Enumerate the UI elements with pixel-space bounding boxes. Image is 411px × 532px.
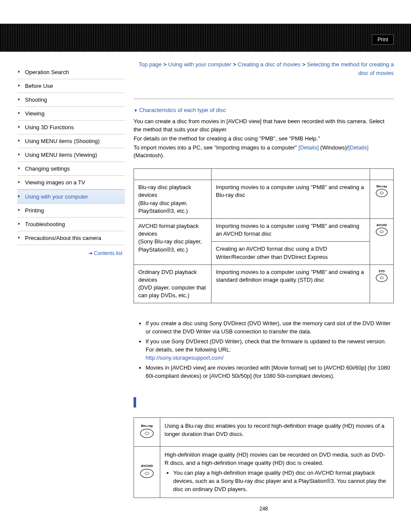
bluray-disc-icon: Blu-ray bbox=[370, 180, 394, 219]
bluray-device-title: Blu-ray disc playback devices bbox=[138, 184, 191, 198]
avchd-disc-icon: AVCHD bbox=[370, 218, 394, 264]
svg-point-13 bbox=[140, 469, 153, 478]
svg-text:AVCHD: AVCHD bbox=[141, 464, 153, 468]
svg-point-1 bbox=[376, 189, 387, 197]
sidebar-item-menu-shooting[interactable]: Using MENU items (Shooting) bbox=[17, 134, 125, 148]
sidebar-item-precautions[interactable]: Precautions/About this camera bbox=[17, 231, 125, 245]
sidebar-item-operation-search[interactable]: Operation Search bbox=[17, 65, 125, 79]
intro-p3a: To import movies into a PC, see "Importi… bbox=[134, 144, 299, 151]
sidebar-item-shooting[interactable]: Shooting bbox=[17, 93, 125, 107]
note-item: Movies in [AVCHD view] are movies record… bbox=[146, 364, 394, 380]
breadcrumb: Top page > Using with your computer > Cr… bbox=[134, 60, 394, 77]
avchd-char-desc: High-definition image quality (HD) movie… bbox=[160, 447, 394, 498]
bluray-char-desc: Using a Blu-ray disc enables you to reco… bbox=[160, 418, 394, 447]
svg-point-4 bbox=[376, 228, 387, 236]
intro-paragraph-1: You can create a disc from movies in [AV… bbox=[134, 118, 394, 134]
sidebar-item-menu-viewing[interactable]: Using MENU items (Viewing) bbox=[17, 148, 125, 162]
bluray-device-note: (Blu-ray disc player, PlayStation®3, etc… bbox=[138, 200, 188, 214]
dvd-device-note: (DVD player, computer that can play DVDs… bbox=[138, 284, 206, 299]
intro-paragraph-3: To import movies into a PC, see "Importi… bbox=[134, 144, 394, 160]
note-item: If you create a disc using Sony DVDirect… bbox=[146, 320, 394, 336]
sidebar-item-before-use[interactable]: Before Use bbox=[17, 79, 125, 93]
contents-list-label: Contents list bbox=[94, 250, 122, 256]
note-item: If you use Sony DVDirect (DVD Writer), c… bbox=[146, 338, 394, 362]
svg-point-10 bbox=[140, 429, 153, 438]
avchd-char-icon: AVCHD bbox=[134, 447, 160, 498]
note-2-text: If you use Sony DVDirect (DVD Writer), c… bbox=[146, 338, 386, 345]
svg-text:AVCHD: AVCHD bbox=[377, 224, 387, 227]
notes-list: If you create a disc using Sony DVDirect… bbox=[134, 320, 394, 380]
divider bbox=[134, 99, 394, 99]
page-number: 248 bbox=[134, 506, 394, 512]
table-row: Blu-ray Using a Blu-ray disc enables you… bbox=[134, 418, 394, 447]
sidebar-item-printing[interactable]: Printing bbox=[17, 204, 125, 218]
breadcrumb-a[interactable]: Using with your computer bbox=[168, 61, 231, 68]
intro-paragraph-2: For details on the method for creating a… bbox=[134, 135, 394, 143]
breadcrumb-c[interactable]: Selecting the method for creating a disc… bbox=[307, 61, 394, 76]
breadcrumb-sep: > bbox=[231, 61, 238, 68]
intro-p3b: (Windows)/ bbox=[319, 144, 349, 151]
sidebar: Operation Search Before Use Shooting Vie… bbox=[0, 52, 125, 520]
note-2-subtext: For details, see the following URL: bbox=[146, 346, 231, 353]
avchd-device-note: (Sony Blu-ray disc player, PlayStation®3… bbox=[138, 238, 202, 252]
svg-point-5 bbox=[380, 230, 383, 233]
svg-text:Blu-ray: Blu-ray bbox=[141, 424, 153, 428]
svg-point-11 bbox=[145, 432, 149, 435]
sidebar-item-3d-functions[interactable]: Using 3D Functions bbox=[17, 121, 125, 134]
details-link-macintosh[interactable]: [Details] bbox=[348, 144, 368, 151]
bluray-char-icon: Blu-ray bbox=[134, 418, 160, 447]
svg-point-7 bbox=[376, 274, 387, 282]
contents-list-link[interactable]: ➔ Contents list bbox=[17, 245, 125, 256]
sidebar-item-troubleshooting[interactable]: Troubleshooting bbox=[17, 218, 125, 231]
table-row: Ordinary DVD playback devices (DVD playe… bbox=[134, 264, 394, 303]
svg-point-14 bbox=[145, 472, 149, 475]
storage-support-link[interactable]: http://sony.storagesupport.com/ bbox=[146, 355, 224, 361]
table-row: Blu-ray disc playback devices (Blu-ray d… bbox=[134, 180, 394, 219]
sidebar-item-viewing-tv[interactable]: Viewing images on a TV bbox=[17, 176, 125, 190]
svg-point-2 bbox=[380, 192, 383, 194]
details-link-windows[interactable]: [Details] bbox=[299, 144, 319, 151]
std-disc-icon: STD bbox=[370, 264, 394, 303]
svg-point-8 bbox=[380, 277, 383, 279]
section-marker-icon bbox=[134, 397, 136, 408]
breadcrumb-top[interactable]: Top page bbox=[139, 61, 162, 68]
table-row: AVCHD format playback devices (Sony Blu-… bbox=[134, 218, 394, 241]
intro-p3c: (Macintosh). bbox=[134, 152, 165, 159]
avchd-device-title: AVCHD format playback devices bbox=[138, 223, 199, 237]
cell-bluray-device: Blu-ray disc playback devices (Blu-ray d… bbox=[134, 180, 212, 219]
dvd-device-title: Ordinary DVD playback devices bbox=[138, 269, 197, 283]
print-button[interactable]: Print bbox=[372, 34, 394, 45]
avchd-char-text-a: High-definition image quality (HD) movie… bbox=[165, 451, 385, 466]
cell-dvd-method: Importing movies to a computer using "PM… bbox=[212, 264, 370, 303]
sidebar-item-viewing[interactable]: Viewing bbox=[17, 107, 125, 121]
breadcrumb-sep: > bbox=[301, 61, 307, 68]
avchd-char-subitem: You can play a high-definition image qua… bbox=[173, 469, 389, 494]
breadcrumb-sep: > bbox=[162, 61, 168, 68]
cell-bluray-method: Importing movies to a computer using "PM… bbox=[212, 180, 370, 219]
cell-avchd-device: AVCHD format playback devices (Sony Blu-… bbox=[134, 218, 212, 264]
disc-method-table: Blu-ray disc playback devices (Blu-ray d… bbox=[134, 168, 394, 303]
cell-avchd-method-b: Creating an AVCHD format disc using a DV… bbox=[212, 242, 370, 264]
svg-text:STD: STD bbox=[379, 270, 385, 273]
cell-avchd-method-a: Importing movies to a computer using "PM… bbox=[212, 218, 370, 241]
arrow-right-icon: ➔ bbox=[88, 250, 94, 256]
characteristics-table: Blu-ray Using a Blu-ray disc enables you… bbox=[134, 417, 394, 498]
table-row: AVCHD High-definition image quality (HD)… bbox=[134, 447, 394, 498]
sidebar-item-changing-settings[interactable]: Changing settings bbox=[17, 162, 125, 176]
characteristics-anchor-link[interactable]: Characteristics of each type of disc bbox=[134, 107, 394, 113]
header-band: Print bbox=[0, 24, 411, 52]
main-content: Top page > Using with your computer > Cr… bbox=[125, 52, 411, 520]
breadcrumb-b[interactable]: Creating a disc of movies bbox=[238, 61, 301, 68]
avchd-char-sublist: You can play a high-definition image qua… bbox=[165, 469, 389, 494]
svg-text:Blu-ray: Blu-ray bbox=[377, 185, 387, 188]
table-header-row bbox=[134, 169, 394, 180]
sidebar-item-using-computer[interactable]: Using with your computer bbox=[17, 190, 125, 204]
cell-dvd-device: Ordinary DVD playback devices (DVD playe… bbox=[134, 264, 212, 303]
sidebar-list: Operation Search Before Use Shooting Vie… bbox=[17, 65, 125, 245]
